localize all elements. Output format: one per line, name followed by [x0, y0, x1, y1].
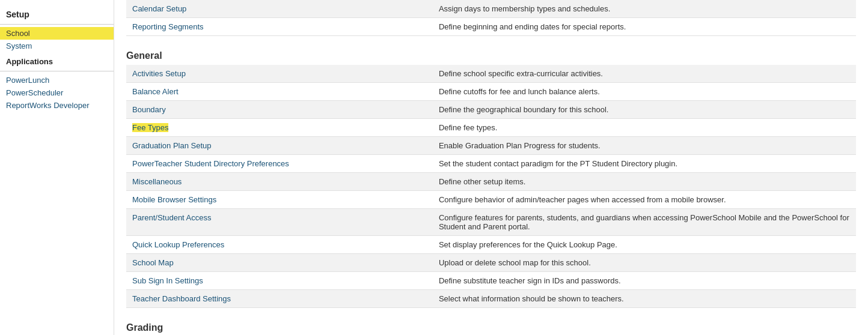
- row-link-cell[interactable]: Parent/Student Access: [126, 209, 433, 236]
- main-content: Calendar Setup Assign days to membership…: [114, 0, 868, 335]
- row-desc: Assign days to membership types and sche…: [433, 0, 856, 18]
- row-link-cell[interactable]: Graduation Plan Setup: [126, 137, 433, 155]
- row-link-cell[interactable]: PowerTeacher Student Directory Preferenc…: [126, 155, 433, 173]
- row-link[interactable]: School Map: [132, 258, 174, 267]
- table-row: Activities Setup Define school specific …: [126, 65, 856, 83]
- row-link[interactable]: Mobile Browser Settings: [132, 195, 216, 204]
- row-desc: Set display preferences for the Quick Lo…: [433, 236, 856, 254]
- row-desc: Define other setup items.: [433, 173, 856, 191]
- table-row: Miscellaneous Define other setup items.: [126, 173, 856, 191]
- row-link-cell[interactable]: Balance Alert: [126, 83, 433, 101]
- table-row: Graduation Plan Setup Enable Graduation …: [126, 137, 856, 155]
- row-link[interactable]: Boundary: [132, 105, 166, 114]
- row-link-cell[interactable]: Miscellaneous: [126, 173, 433, 191]
- table-row: Balance Alert Define cutoffs for fee and…: [126, 83, 856, 101]
- row-link[interactable]: PowerTeacher Student Directory Preferenc…: [132, 159, 289, 168]
- table-row: PowerTeacher Student Directory Preferenc…: [126, 155, 856, 173]
- row-desc: Define cutoffs for fee and lunch balance…: [433, 83, 856, 101]
- row-desc: Define fee types.: [433, 119, 856, 137]
- table-row: Sub Sign In Settings Define substitute t…: [126, 272, 856, 290]
- table-row: School Map Upload or delete school map f…: [126, 254, 856, 272]
- row-link[interactable]: Parent/Student Access: [132, 213, 212, 222]
- row-link[interactable]: Sub Sign In Settings: [132, 276, 203, 285]
- table-row: Calendar Setup Assign days to membership…: [126, 0, 856, 18]
- grading-heading: Grading: [126, 314, 856, 335]
- row-desc: Define substitute teacher sign in IDs an…: [433, 272, 856, 290]
- row-link[interactable]: Reporting Segments: [126, 18, 433, 36]
- row-link-cell[interactable]: Quick Lookup Preferences: [126, 236, 433, 254]
- table-row: Fee Types Define fee types.: [126, 119, 856, 137]
- general-heading: General: [126, 42, 856, 65]
- table-row: Quick Lookup Preferences Set display pre…: [126, 236, 856, 254]
- row-desc: Enable Graduation Plan Progress for stud…: [433, 137, 856, 155]
- row-desc: Set the student contact paradigm for the…: [433, 155, 856, 173]
- row-link-cell[interactable]: Teacher Dashboard Settings: [126, 290, 433, 308]
- table-row: Teacher Dashboard Settings Select what i…: [126, 290, 856, 308]
- row-desc: Configure features for parents, students…: [433, 209, 856, 236]
- row-link[interactable]: Balance Alert: [132, 87, 179, 96]
- row-desc: Upload or delete school map for this sch…: [433, 254, 856, 272]
- row-desc: Configure behavior of admin/teacher page…: [433, 191, 856, 209]
- sidebar-item-powerscheduler[interactable]: PowerScheduler: [0, 86, 114, 99]
- row-desc: Select what information should be shown …: [433, 290, 856, 308]
- row-link[interactable]: Teacher Dashboard Settings: [132, 294, 231, 303]
- row-link-cell[interactable]: School Map: [126, 254, 433, 272]
- row-link-cell[interactable]: Activities Setup: [126, 65, 433, 83]
- setup-section-title: Setup: [0, 6, 114, 22]
- table-row: Parent/Student Access Configure features…: [126, 209, 856, 236]
- sidebar-item-system[interactable]: System: [0, 40, 114, 52]
- sidebar: Setup School System Applications PowerLu…: [0, 0, 114, 335]
- row-link-cell[interactable]: Mobile Browser Settings: [126, 191, 433, 209]
- table-row: Mobile Browser Settings Configure behavi…: [126, 191, 856, 209]
- row-desc: Define beginning and ending dates for sp…: [433, 18, 856, 36]
- row-link[interactable]: Activities Setup: [132, 69, 186, 78]
- table-row: Reporting Segments Define beginning and …: [126, 18, 856, 36]
- table-row: Boundary Define the geographical boundar…: [126, 101, 856, 119]
- sidebar-item-school[interactable]: School: [0, 27, 114, 40]
- general-table: Activities Setup Define school specific …: [126, 65, 856, 308]
- applications-section-title: Applications: [0, 52, 114, 68]
- top-table: Calendar Setup Assign days to membership…: [126, 0, 856, 36]
- row-link[interactable]: Miscellaneous: [132, 177, 182, 186]
- row-link-cell[interactable]: Boundary: [126, 101, 433, 119]
- row-desc: Define the geographical boundary for thi…: [433, 101, 856, 119]
- sidebar-item-powerlunch[interactable]: PowerLunch: [0, 74, 114, 86]
- highlighted-link[interactable]: Fee Types: [132, 123, 168, 132]
- row-link-cell[interactable]: Sub Sign In Settings: [126, 272, 433, 290]
- sidebar-item-reportworks[interactable]: ReportWorks Developer: [0, 99, 114, 112]
- row-link-cell[interactable]: Fee Types: [126, 119, 433, 137]
- row-link[interactable]: Graduation Plan Setup: [132, 141, 212, 150]
- row-link[interactable]: Quick Lookup Preferences: [132, 240, 224, 249]
- row-link[interactable]: Calendar Setup: [126, 0, 433, 18]
- row-desc: Define school specific extra-curricular …: [433, 65, 856, 83]
